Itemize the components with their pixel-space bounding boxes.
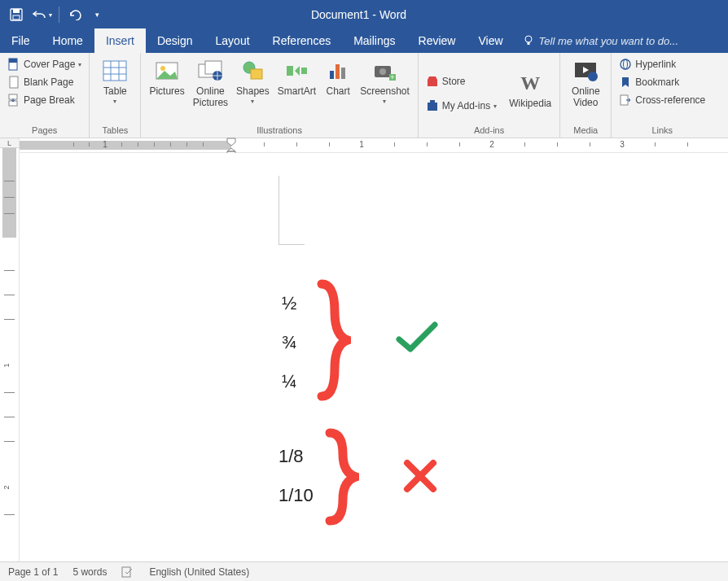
quick-access-toolbar: ▾ ▾ (0, 3, 103, 26)
status-page[interactable]: Page 1 of 1 (8, 566, 58, 578)
svg-rect-31 (428, 80, 437, 86)
bookmark-button[interactable]: Bookmark (616, 74, 708, 90)
tell-me-search[interactable]: Tell me what you want to do... (515, 28, 679, 53)
redo-button[interactable] (64, 3, 87, 26)
svg-rect-4 (527, 42, 529, 45)
smartart-label: SmartArt (278, 85, 316, 97)
tell-me-placeholder: Tell me what you want to do... (539, 35, 679, 47)
qat-customize-button[interactable]: ▾ (90, 3, 103, 26)
window-title: Document1 - Word (103, 8, 614, 21)
proofing-icon (121, 566, 134, 578)
cover-page-button[interactable]: Cover Page▾ (5, 56, 84, 72)
online-pictures-label: Online Pictures (193, 85, 228, 109)
svg-text:+: + (391, 73, 395, 81)
ribbon-tabs: File Home Insert Design Layout Reference… (0, 28, 728, 53)
horizontal-ruler[interactable]: 1 1 2 3 (20, 138, 728, 153)
tab-insert[interactable]: Insert (94, 28, 146, 53)
svg-rect-1 (13, 9, 20, 13)
cross-reference-icon (619, 94, 632, 107)
group-addins: Store My Add-ins ▾ W Wikipedia Add-ins (419, 53, 560, 138)
pictures-button[interactable]: Pictures (146, 56, 187, 98)
vertical-ruler[interactable]: L 1 2 (0, 138, 20, 561)
smartart-button[interactable]: SmartArt (274, 56, 319, 98)
group-tables: Table ▾ Tables (90, 53, 141, 138)
wikipedia-icon: W (517, 70, 543, 96)
svg-rect-24 (330, 71, 334, 79)
indent-marker-icon[interactable] (226, 137, 237, 155)
hyperlink-icon (619, 58, 632, 71)
status-language[interactable]: English (United States) (149, 566, 249, 578)
group-media: Online Video Media (560, 53, 612, 138)
screenshot-button[interactable]: + Screenshot ▾ (357, 56, 413, 107)
pictures-icon (154, 58, 180, 84)
svg-rect-26 (341, 68, 345, 79)
document-area[interactable]: ½ ¾ ¼ 1/8 1/10 (20, 153, 728, 561)
hruler-num: 2 (489, 140, 494, 149)
svg-point-37 (624, 59, 628, 69)
group-illustrations: Pictures Online Pictures Shapes ▾ SmartA… (141, 53, 418, 138)
hyperlink-button[interactable]: Hyperlink (616, 56, 708, 72)
blank-page-button[interactable]: Blank Page (5, 74, 84, 90)
group-illustrations-label: Illustrations (146, 124, 412, 138)
svg-rect-7 (10, 76, 18, 88)
tab-view[interactable]: View (467, 28, 514, 53)
group-links-label: Links (616, 124, 708, 138)
save-button[interactable] (5, 3, 28, 26)
hyperlink-label: Hyperlink (635, 59, 676, 70)
hruler-num: 1 (359, 140, 364, 149)
tab-home[interactable]: Home (42, 28, 94, 53)
chart-icon (325, 58, 351, 84)
vruler-num-1: 1 (2, 363, 11, 367)
svg-point-16 (160, 66, 165, 71)
svg-rect-22 (287, 66, 293, 76)
group-tables-label: Tables (94, 124, 135, 138)
blank-page-icon (7, 76, 20, 89)
cover-page-label: Cover Page (24, 59, 75, 70)
store-icon (426, 75, 439, 88)
pictures-label: Pictures (149, 85, 184, 97)
check-icon (394, 320, 440, 356)
svg-point-36 (621, 59, 630, 69)
chart-button[interactable]: Chart (321, 56, 355, 98)
page-break-button[interactable]: Page Break (5, 92, 84, 108)
status-proofing[interactable] (121, 566, 134, 578)
svg-point-28 (379, 68, 386, 75)
fraction-three-quarters: ¾ (282, 332, 296, 353)
ruler-corner: L (0, 138, 19, 148)
workspace: L 1 2 1 1 (0, 138, 728, 561)
blank-page-label: Blank Page (24, 76, 73, 88)
tab-layout[interactable]: Layout (204, 28, 261, 53)
my-addins-icon (426, 99, 439, 112)
group-pages: Cover Page▾ Blank Page Page Break Pages (0, 53, 90, 138)
vruler-num-2: 2 (2, 485, 11, 489)
tab-references[interactable]: References (261, 28, 343, 53)
svg-rect-23 (301, 68, 307, 74)
cover-page-icon (7, 58, 20, 71)
store-button[interactable]: Store (423, 73, 499, 90)
hruler-num: 3 (620, 140, 625, 149)
undo-button[interactable]: ▾ (31, 3, 54, 26)
undo-icon (33, 9, 47, 20)
online-video-button[interactable]: Online Video (565, 56, 606, 111)
table-button[interactable]: Table ▾ (94, 56, 135, 107)
wikipedia-button[interactable]: W Wikipedia (506, 68, 555, 111)
tab-design[interactable]: Design (146, 28, 204, 53)
shapes-button[interactable]: Shapes ▾ (233, 56, 273, 107)
qat-separator (59, 7, 59, 23)
svg-rect-33 (430, 100, 435, 103)
tab-review[interactable]: Review (407, 28, 467, 53)
svg-rect-6 (9, 59, 17, 63)
table-icon (102, 58, 128, 84)
my-addins-button[interactable]: My Add-ins ▾ (423, 98, 499, 114)
online-pictures-button[interactable]: Online Pictures (190, 56, 231, 111)
status-words[interactable]: 5 words (72, 566, 107, 578)
fraction-eighth: 1/8 (278, 446, 304, 467)
group-media-label: Media (565, 124, 606, 138)
tab-mailings[interactable]: Mailings (342, 28, 406, 53)
cross-reference-button[interactable]: Cross-reference (616, 92, 708, 108)
svg-rect-32 (428, 103, 437, 111)
chart-label: Chart (326, 85, 349, 97)
bookmark-icon (619, 76, 632, 89)
page-break-label: Page Break (24, 94, 75, 106)
tab-file[interactable]: File (0, 28, 42, 53)
